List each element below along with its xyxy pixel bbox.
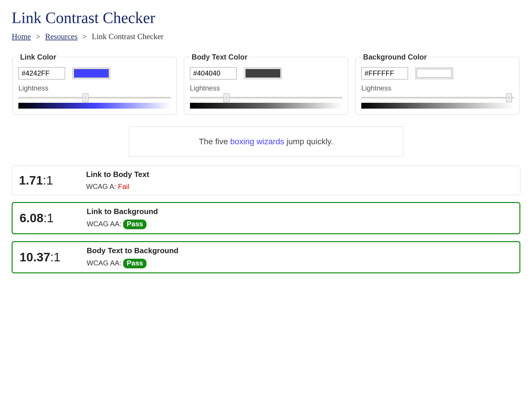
link-gradient-bar — [18, 103, 171, 109]
body-color-legend: Body Text Color — [190, 53, 249, 61]
contrast-ratio: 6.08:1 — [20, 211, 87, 225]
link-color-swatch-button[interactable] — [72, 67, 110, 79]
contrast-ratio: 1.71:1 — [19, 173, 86, 187]
breadcrumb-sep: > — [36, 32, 40, 41]
preview-link-text: boxing wizards — [230, 137, 284, 146]
result-info: Link to BackgroundWCAG AA: Pass — [87, 207, 512, 229]
slider-thumb[interactable] — [224, 93, 229, 102]
body-color-swatch — [245, 69, 280, 78]
status-pass-pill: Pass — [123, 259, 146, 268]
page-title: Link Contrast Checker — [12, 9, 520, 27]
preview-text-before: The five — [199, 137, 230, 146]
result-title: Link to Body Text — [86, 170, 513, 179]
slider-thumb[interactable] — [506, 93, 512, 102]
slider-track — [361, 97, 514, 99]
preview-text-after: jump quickly. — [284, 137, 333, 146]
result-wcag-line: WCAG AA: Pass — [87, 220, 512, 229]
result-row: 10.37:1Body Text to BackgroundWCAG AA: P… — [12, 241, 520, 273]
bg-color-swatch-button[interactable] — [415, 67, 453, 79]
result-wcag-line: WCAG AA: Pass — [87, 259, 512, 268]
body-lightness-slider[interactable] — [190, 94, 342, 109]
result-title: Link to Background — [87, 207, 512, 216]
breadcrumb-sep: > — [82, 32, 87, 41]
body-lightness-label: Lightness — [190, 84, 342, 92]
breadcrumb-current: Link Contrast Checker — [92, 32, 163, 41]
body-gradient-bar — [190, 103, 342, 109]
bg-gradient-bar — [361, 103, 514, 109]
slider-track — [190, 97, 342, 99]
bg-color-hex-input[interactable] — [361, 67, 408, 79]
breadcrumb-resources[interactable]: Resources — [45, 32, 78, 41]
body-color-swatch-button[interactable] — [244, 67, 282, 79]
body-color-picker: Body Text Color Lightness — [184, 53, 348, 115]
color-picker-row: Link Color Lightness Body Text Color Lig… — [12, 53, 520, 115]
bg-color-picker: Background Color Lightness — [355, 53, 520, 115]
bg-color-legend: Background Color — [361, 53, 428, 61]
breadcrumb: Home > Resources > Link Contrast Checker — [12, 32, 520, 41]
bg-lightness-slider[interactable] — [361, 94, 514, 109]
result-wcag-line: WCAG A: Fail — [86, 183, 513, 191]
body-color-hex-input[interactable] — [190, 67, 237, 79]
link-color-hex-input[interactable] — [18, 67, 65, 79]
link-color-picker: Link Color Lightness — [12, 53, 177, 115]
result-title: Body Text to Background — [87, 246, 512, 255]
result-row: 1.71:1Link to Body TextWCAG A: Fail — [12, 166, 520, 195]
link-lightness-label: Lightness — [18, 84, 171, 92]
results-list: 1.71:1Link to Body TextWCAG A: Fail6.08:… — [12, 166, 520, 273]
link-color-swatch — [74, 69, 109, 78]
link-lightness-slider[interactable] — [18, 94, 171, 109]
slider-thumb[interactable] — [83, 93, 88, 102]
result-info: Link to Body TextWCAG A: Fail — [86, 170, 513, 191]
bg-color-swatch — [417, 69, 452, 78]
status-pass-pill: Pass — [123, 220, 146, 229]
result-info: Body Text to BackgroundWCAG AA: Pass — [87, 246, 512, 268]
result-row: 6.08:1Link to BackgroundWCAG AA: Pass — [12, 202, 520, 234]
link-color-legend: Link Color — [18, 53, 58, 61]
slider-track — [18, 97, 171, 99]
breadcrumb-home[interactable]: Home — [12, 32, 31, 41]
bg-lightness-label: Lightness — [361, 84, 514, 92]
contrast-ratio: 10.37:1 — [20, 250, 87, 264]
status-fail-text: Fail — [118, 183, 129, 190]
preview-box: The five boxing wizards jump quickly. — [129, 126, 403, 157]
